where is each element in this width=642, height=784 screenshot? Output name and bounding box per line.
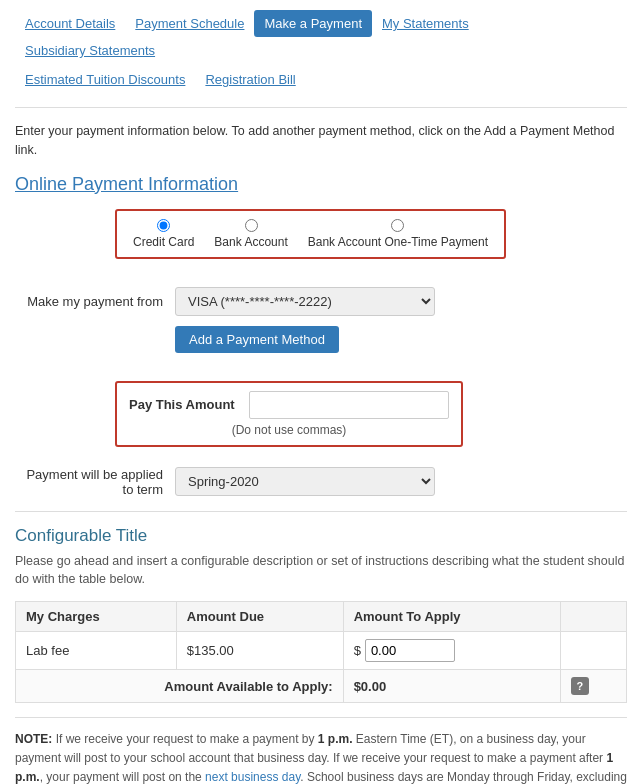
- amount-due-value: $135.00: [176, 632, 343, 670]
- tab-subsidiary-statements[interactable]: Subsidiary Statements: [15, 37, 165, 64]
- pay-amount-hint: (Do not use commas): [129, 423, 449, 437]
- dollar-sign: $: [354, 643, 361, 658]
- tab-registration-bill[interactable]: Registration Bill: [195, 66, 305, 93]
- tab-estimated-tuition[interactable]: Estimated Tuition Discounts: [15, 66, 195, 93]
- configurable-title: Configurable Title: [15, 526, 627, 546]
- charge-name: Lab fee: [16, 632, 177, 670]
- payment-method-box: Credit Card Bank Account Bank Account On…: [115, 209, 506, 259]
- apply-term-label: Payment will be applied to term: [15, 467, 175, 497]
- radio-credit-card[interactable]: Credit Card: [133, 219, 194, 249]
- total-amount: $0.00: [343, 670, 560, 703]
- apply-term-row: Payment will be applied to term Spring-2…: [15, 467, 627, 497]
- amount-to-apply-cell: $: [343, 632, 560, 670]
- total-row: Amount Available to Apply: $0.00 ?: [16, 670, 627, 703]
- pay-amount-inner: Pay This Amount: [129, 391, 449, 419]
- radio-bank-account[interactable]: Bank Account: [214, 219, 287, 249]
- note-time2: 1 p.m.: [15, 751, 613, 784]
- apply-term-select[interactable]: Spring-2020: [175, 467, 435, 496]
- radio-bank-account-input[interactable]: [245, 219, 258, 232]
- note-body: If we receive your request to make a pay…: [15, 732, 627, 784]
- tab-make-payment[interactable]: Make a Payment: [254, 10, 372, 37]
- nav-row-2: Estimated Tuition Discounts Registration…: [15, 66, 627, 93]
- charges-table: My Charges Amount Due Amount To Apply La…: [15, 601, 627, 703]
- col-action: [560, 602, 626, 632]
- note-text: NOTE: If we receive your request to make…: [15, 717, 627, 784]
- radio-bank-one-time-input[interactable]: [391, 219, 404, 232]
- radio-bank-account-label: Bank Account: [214, 235, 287, 249]
- payment-from-row: Make my payment from VISA (****-****-***…: [15, 287, 627, 316]
- tab-my-statements[interactable]: My Statements: [372, 10, 479, 37]
- tab-account-details[interactable]: Account Details: [15, 10, 125, 37]
- note-time1: 1 p.m.: [318, 732, 353, 746]
- col-amount-to-apply: Amount To Apply: [343, 602, 560, 632]
- help-cell: ?: [560, 670, 626, 703]
- row-action: [560, 632, 626, 670]
- section-title-online: Online: [15, 174, 67, 194]
- col-my-charges: My Charges: [16, 602, 177, 632]
- col-amount-due: Amount Due: [176, 602, 343, 632]
- section-title-rest: Payment Information: [67, 174, 238, 194]
- radio-bank-one-time[interactable]: Bank Account One-Time Payment: [308, 219, 488, 249]
- payment-from-select[interactable]: VISA (****-****-****-2222): [175, 287, 435, 316]
- nav-row-1: Account Details Payment Schedule Make a …: [15, 10, 627, 64]
- section-title: Online Payment Information: [15, 174, 627, 195]
- pay-amount-input[interactable]: [249, 391, 449, 419]
- pay-amount-box: Pay This Amount (Do not use commas): [115, 381, 463, 447]
- add-payment-method-button[interactable]: Add a Payment Method: [175, 326, 339, 353]
- configurable-description: Please go ahead and insert a configurabl…: [15, 552, 627, 590]
- tab-payment-schedule[interactable]: Payment Schedule: [125, 10, 254, 37]
- note-prefix: NOTE:: [15, 732, 52, 746]
- pay-amount-label: Pay This Amount: [129, 397, 239, 412]
- radio-credit-card-label: Credit Card: [133, 235, 194, 249]
- payment-from-label: Make my payment from: [15, 294, 175, 309]
- info-text: Enter your payment information below. To…: [15, 122, 627, 160]
- note-highlight: next business day: [205, 770, 300, 784]
- radio-credit-card-input[interactable]: [157, 219, 170, 232]
- help-icon[interactable]: ?: [571, 677, 589, 695]
- table-row: Lab fee $135.00 $: [16, 632, 627, 670]
- radio-bank-one-time-label: Bank Account One-Time Payment: [308, 235, 488, 249]
- total-label: Amount Available to Apply:: [16, 670, 344, 703]
- amount-to-apply-input[interactable]: [365, 639, 455, 662]
